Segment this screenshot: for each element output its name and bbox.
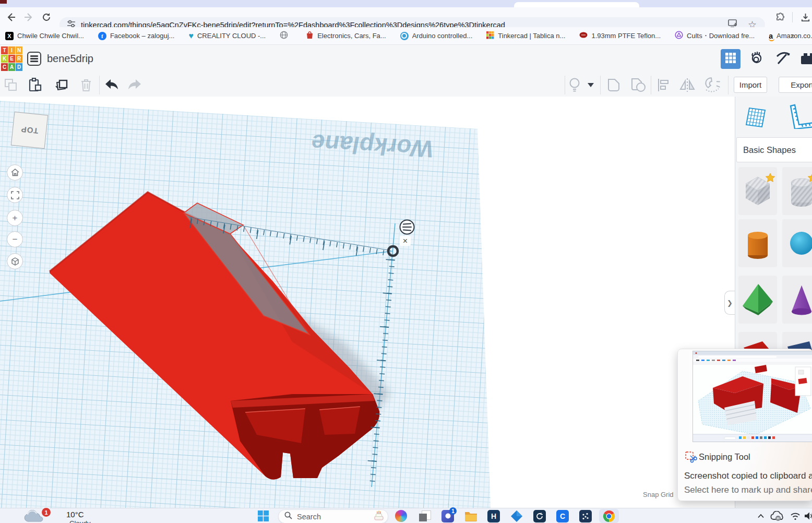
chat-icon[interactable]: 1	[438, 509, 457, 523]
svg-text:×: ×	[403, 236, 408, 245]
tile-box[interactable]	[738, 167, 777, 215]
design-menu-button[interactable]	[27, 52, 41, 66]
snipping-tool-icon	[685, 451, 697, 466]
cults-icon	[675, 31, 683, 41]
bookmark-globe[interactable]	[280, 31, 292, 41]
screenshot-thumbnail[interactable]	[692, 351, 812, 442]
mode-bricks-button[interactable]	[799, 49, 812, 69]
design-title[interactable]: bene5drip	[47, 53, 93, 65]
mirror-icon[interactable]	[678, 76, 696, 94]
zoom-out-button[interactable]: −	[7, 231, 23, 247]
app-h-icon[interactable]: H	[484, 509, 503, 523]
active-tab[interactable]	[514, 2, 639, 7]
tile-orange-cylinder[interactable]	[738, 219, 777, 267]
brick-icon	[800, 51, 812, 67]
toolbar-divider	[792, 12, 793, 22]
app-diamond-icon[interactable]	[507, 509, 526, 523]
view-cube[interactable]: TOP	[11, 112, 48, 149]
tile-purple-cone[interactable]	[782, 276, 812, 324]
toolbar-separator	[600, 76, 601, 94]
chrome-taskbar-icon[interactable]	[599, 509, 619, 523]
reload-button[interactable]	[39, 9, 54, 25]
panel-separator	[728, 76, 729, 94]
weather-temp[interactable]: 10°C	[66, 510, 84, 519]
copilot-icon[interactable]	[391, 509, 410, 523]
weather-badge: 1	[41, 507, 52, 518]
bookmark-creality[interactable]: ♥CREALITY CLOUD -...	[188, 32, 266, 40]
paste-icon[interactable]	[26, 76, 44, 94]
bookmark-ptfe[interactable]: 1.93mm PTFE Teflon...	[579, 32, 661, 40]
amazon-icon: a	[769, 32, 773, 40]
ruler-menu-button[interactable]	[400, 220, 414, 234]
tile-green-roof[interactable]	[738, 276, 777, 324]
window-corner	[0, 0, 7, 4]
notification-action[interactable]: Select here to mark up and share the ima…	[684, 485, 812, 495]
toolbar-separator	[651, 76, 651, 94]
mode-blocks-pickaxe-button[interactable]	[773, 49, 793, 69]
bookmark-electronics[interactable]: Electronics, Cars, Fa...	[306, 31, 386, 41]
copy-icon[interactable]	[2, 76, 20, 94]
redo-icon[interactable]	[126, 76, 144, 94]
snip-notification[interactable]: Snipping Tool Screenshot copied to clipb…	[677, 349, 812, 501]
zoom-in-button[interactable]: +	[7, 210, 23, 226]
export-button[interactable]: Export	[779, 77, 812, 93]
app-sync-icon[interactable]	[530, 509, 549, 523]
mode-3d-button[interactable]	[721, 49, 741, 69]
snip-overlay-icon[interactable]	[415, 509, 434, 523]
tinkercad-logo[interactable]: T I N K E R C A D	[1, 46, 22, 71]
tile-cylinder[interactable]	[782, 167, 812, 215]
chevron-down-icon[interactable]	[584, 76, 597, 94]
duplicate-icon[interactable]	[52, 76, 70, 94]
browser-toolbar: tinkercad.com/things/e5aqCnZvFKc-bene5dr…	[0, 7, 812, 27]
start-button[interactable]	[254, 509, 272, 523]
fit-view-button[interactable]	[7, 187, 23, 203]
group-icon[interactable]	[604, 76, 622, 94]
search-box[interactable]: Search	[278, 509, 388, 523]
ruler-tool-icon[interactable]	[789, 104, 812, 131]
tinkercad-header: T I N K E R C A D bene5drip	[0, 45, 812, 74]
lightbulb-icon[interactable]	[566, 76, 583, 94]
onedrive-paused-icon[interactable]	[767, 509, 786, 523]
search-icon	[284, 512, 292, 521]
bookmark-tinkercad[interactable]: Tinkercad | Tablica n...	[486, 31, 565, 41]
facebook-icon: f	[98, 32, 106, 40]
mode-simlab-button[interactable]	[747, 49, 767, 69]
delete-icon[interactable]	[77, 76, 95, 94]
shape-category-select[interactable]: Basic Shapes	[736, 137, 812, 162]
undo-icon[interactable]	[102, 76, 120, 94]
viewport-3d[interactable]: × TOP Workplane + − Snap Grid	[0, 97, 735, 508]
bookmark-facebook[interactable]: fFacebook – zaloguj...	[98, 32, 175, 40]
perspective-toggle-button[interactable]	[7, 253, 23, 269]
shopping-bag-icon	[306, 31, 314, 41]
toolbar-separator	[99, 76, 100, 94]
oven-mitt-icon	[748, 50, 765, 68]
app-dots-icon[interactable]	[576, 509, 595, 523]
bookmark-arduino[interactable]: Arduino controlled...	[400, 32, 473, 40]
weather-condition[interactable]: Cloudy	[69, 519, 90, 523]
volume-icon[interactable]	[799, 509, 812, 523]
back-button[interactable]	[3, 9, 19, 25]
snap-magnet-icon[interactable]	[703, 76, 721, 94]
import-button[interactable]: Import	[734, 77, 767, 93]
notification-app-name: Snipping Tool	[699, 452, 750, 462]
ruler-close-button[interactable]: ×	[400, 236, 411, 246]
edit-toolbar: Import Export	[0, 73, 812, 97]
downloads-icon[interactable]	[797, 9, 812, 25]
forward-button[interactable]	[21, 9, 37, 25]
extensions-icon[interactable]	[772, 9, 788, 25]
align-icon[interactable]	[654, 76, 672, 94]
app-c-icon[interactable]: C	[553, 509, 572, 523]
weather-widget[interactable]: 1	[22, 510, 46, 523]
workplane-tool-icon[interactable]	[742, 104, 767, 131]
bookmark-cults[interactable]: Cults・Download fre...	[675, 31, 755, 41]
search-label: Search	[297, 513, 321, 521]
sidebar-collapse-handle[interactable]: ❯	[724, 291, 735, 315]
snap-grid-label[interactable]: Snap Grid	[643, 491, 674, 498]
file-explorer-icon[interactable]	[461, 509, 480, 523]
bookmarks-overflow-chevron[interactable]: »	[791, 31, 795, 41]
tile-sphere[interactable]	[782, 219, 812, 267]
home-view-button[interactable]	[7, 164, 23, 181]
info-circle-icon	[400, 32, 409, 40]
bookmark-x[interactable]: XChwile Chwile Chwil...	[5, 32, 84, 40]
ungroup-icon[interactable]	[629, 76, 647, 94]
